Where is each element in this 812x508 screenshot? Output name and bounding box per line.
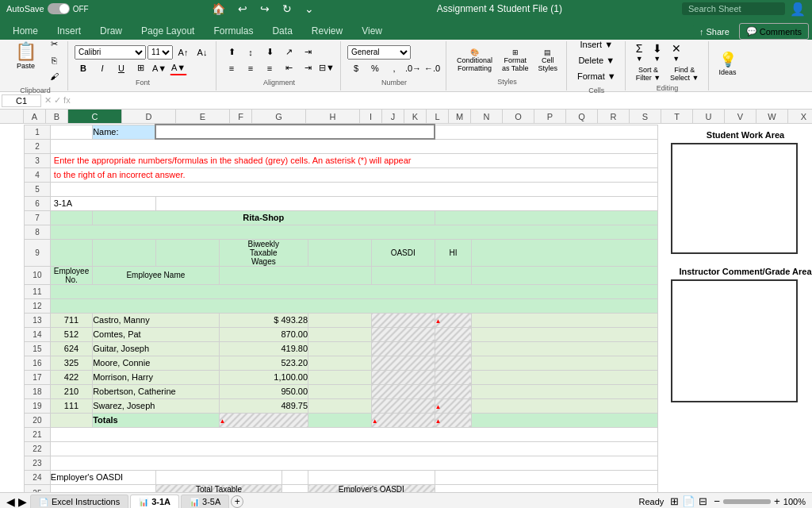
- col-header-D[interactable]: D: [122, 110, 176, 124]
- col-header-F[interactable]: F: [230, 110, 252, 124]
- font-size-select[interactable]: 11: [147, 45, 173, 60]
- sheet-tab-excel-instructions[interactable]: 📄 Excel Instructions: [30, 495, 128, 508]
- align-bottom-button[interactable]: ⬇: [261, 45, 278, 60]
- col-header-K[interactable]: K: [404, 110, 427, 124]
- clear-button[interactable]: ✕ ▼: [668, 40, 685, 62]
- redo-btn[interactable]: ↪: [257, 1, 273, 17]
- align-top-button[interactable]: ⬆: [223, 45, 240, 60]
- find-select-button[interactable]: Find &Select ▼: [666, 64, 703, 81]
- col-header-U[interactable]: U: [693, 110, 725, 124]
- ideas-button[interactable]: 💡 Ideas: [715, 48, 741, 80]
- col-header-B[interactable]: B: [46, 110, 68, 124]
- scroll-left-button[interactable]: ◀: [6, 495, 15, 508]
- autosave-toggle[interactable]: [48, 3, 70, 14]
- search-input[interactable]: [682, 2, 785, 15]
- currency-button[interactable]: $: [347, 61, 365, 75]
- tab-formulas[interactable]: Formulas: [204, 22, 262, 40]
- autosum-button[interactable]: Σ ▼: [632, 40, 647, 62]
- tab-page-layout[interactable]: Page Layout: [132, 22, 204, 40]
- cell-styles-button[interactable]: ▤ CellStyles: [534, 46, 561, 75]
- user-icon[interactable]: 👤: [790, 2, 806, 17]
- col-header-A[interactable]: A: [24, 110, 46, 124]
- col-header-J[interactable]: J: [382, 110, 404, 124]
- normal-view-button[interactable]: ⊞: [670, 495, 679, 507]
- zoom-out-button[interactable]: −: [714, 495, 720, 507]
- ribbon-group-number: General $ % , .0→ ←.0 Number: [343, 41, 446, 90]
- align-right-button[interactable]: ≡: [261, 61, 278, 75]
- col-header-X[interactable]: X: [788, 110, 812, 124]
- conditional-formatting-button[interactable]: 🎨 ConditionalFormatting: [453, 46, 496, 75]
- col-header-M[interactable]: M: [449, 110, 471, 124]
- col-header-O[interactable]: O: [503, 110, 534, 124]
- tab-data[interactable]: Data: [262, 22, 301, 40]
- number-format-select[interactable]: General: [347, 45, 411, 60]
- format-painter-button[interactable]: 🖌: [45, 69, 63, 83]
- sheet-tab-3-5a[interactable]: 📊 3-5A: [181, 495, 229, 508]
- col-header-H[interactable]: H: [306, 110, 360, 124]
- col-header-N[interactable]: N: [471, 110, 503, 124]
- autosave-btn[interactable]: ↻: [279, 1, 295, 17]
- share-button[interactable]: ↑ Share: [693, 25, 736, 39]
- align-left-button[interactable]: ≡: [223, 61, 240, 75]
- increase-decimal-button[interactable]: .0→: [404, 61, 422, 75]
- col-header-E[interactable]: E: [176, 110, 230, 124]
- decrease-font-button[interactable]: A↓: [193, 45, 211, 60]
- col-header-L[interactable]: L: [427, 110, 449, 124]
- tab-view[interactable]: View: [352, 22, 392, 40]
- cut-button[interactable]: ✂: [45, 37, 63, 52]
- copy-button[interactable]: ⎘: [45, 53, 63, 67]
- increase-font-button[interactable]: A↑: [174, 45, 192, 60]
- font-family-select[interactable]: Calibri: [75, 45, 146, 60]
- add-sheet-button[interactable]: +: [231, 495, 243, 508]
- col-header-G[interactable]: G: [252, 110, 306, 124]
- zoom-slider[interactable]: [723, 499, 771, 504]
- italic-button[interactable]: I: [94, 61, 111, 75]
- more-btn[interactable]: ⌄: [301, 1, 317, 17]
- wrap-text-button[interactable]: ⇥: [299, 45, 316, 60]
- sheet-tab-3-1a[interactable]: 📊 3-1A: [130, 495, 179, 508]
- percent-button[interactable]: %: [366, 61, 384, 75]
- paste-button[interactable]: 📋 Paste: [8, 37, 44, 69]
- delete-button[interactable]: Delete ▼: [573, 53, 620, 67]
- col-header-P[interactable]: P: [534, 110, 566, 124]
- insert-button[interactable]: Insert ▼: [573, 37, 620, 52]
- align-center-button[interactable]: ≡: [242, 61, 259, 75]
- border-button[interactable]: ⊞: [132, 61, 149, 75]
- format-button[interactable]: Format ▼: [573, 69, 620, 83]
- comma-button[interactable]: ,: [385, 61, 403, 75]
- col-header-C[interactable]: C: [68, 110, 122, 124]
- student-work-section: Student Work Area: [671, 130, 812, 254]
- toggle-state: OFF: [73, 5, 89, 13]
- sort-filter-button[interactable]: Sort &Filter ▼: [632, 64, 665, 81]
- merge-center-button[interactable]: ⊟▼: [318, 61, 335, 75]
- scroll-right-button[interactable]: ▶: [18, 495, 27, 508]
- zoom-in-button[interactable]: +: [774, 495, 780, 507]
- decrease-indent-button[interactable]: ⇤: [280, 61, 297, 75]
- underline-button[interactable]: U: [113, 61, 130, 75]
- col-header-W[interactable]: W: [756, 110, 788, 124]
- formula-input[interactable]: [74, 96, 810, 106]
- increase-indent-button[interactable]: ⇥: [299, 61, 316, 75]
- orientation-button[interactable]: ↗: [280, 45, 297, 60]
- tab-draw[interactable]: Draw: [90, 22, 132, 40]
- tab-review[interactable]: Review: [302, 22, 352, 40]
- format-as-table-button[interactable]: ⊞ Formatas Table: [498, 46, 532, 75]
- col-header-Q[interactable]: Q: [566, 110, 598, 124]
- col-header-S[interactable]: S: [630, 110, 661, 124]
- font-color-button[interactable]: A▼: [170, 61, 187, 75]
- comments-button[interactable]: 💬 Comments: [739, 23, 809, 40]
- col-header-T[interactable]: T: [661, 110, 693, 124]
- decrease-decimal-button[interactable]: ←.0: [423, 61, 441, 75]
- page-break-button[interactable]: ⊟: [699, 495, 707, 507]
- fill-button[interactable]: ⬇ ▼: [649, 40, 666, 62]
- bold-button[interactable]: B: [75, 61, 92, 75]
- col-header-R[interactable]: R: [598, 110, 630, 124]
- home-btn[interactable]: 🏠: [209, 1, 228, 17]
- fill-color-button[interactable]: A▼: [151, 61, 168, 75]
- align-middle-button[interactable]: ↕: [242, 45, 259, 60]
- col-header-I[interactable]: I: [360, 110, 382, 124]
- page-layout-button[interactable]: 📄: [682, 495, 695, 507]
- cell-reference[interactable]: [2, 94, 41, 107]
- col-header-V[interactable]: V: [725, 110, 756, 124]
- undo-btn[interactable]: ↩: [235, 1, 251, 17]
